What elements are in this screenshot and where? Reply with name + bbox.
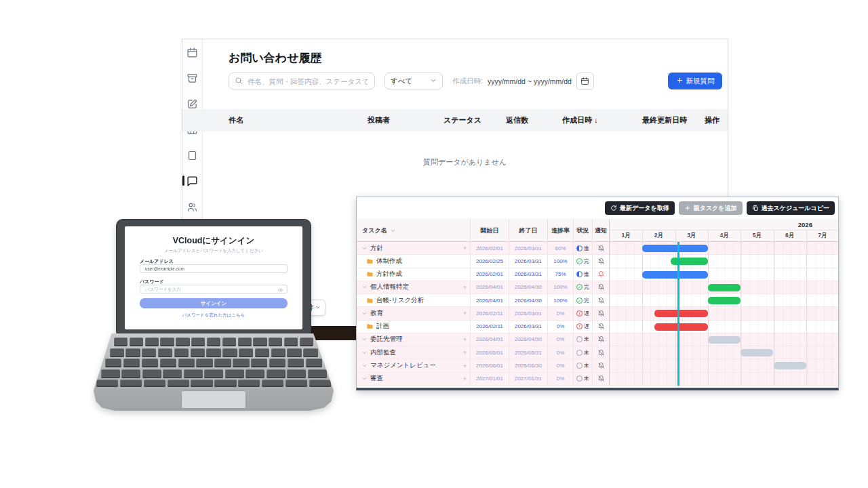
calendar-icon [186, 47, 198, 58]
task-name: 体制作成 [376, 257, 402, 266]
gantt-bar[interactable] [774, 362, 806, 369]
gantt-bar[interactable] [671, 258, 708, 265]
task-row[interactable]: 台帳-リスク分析2026/04/012026/04/30100%✓完 [357, 294, 838, 307]
keyboard-key [130, 338, 143, 346]
task-name-cell: 教育+ [357, 307, 471, 319]
task-row[interactable]: 計画2026/02/112026/03/310%!遅 [357, 321, 838, 333]
bell-alert-icon [597, 270, 605, 278]
forgot-password-link[interactable]: パスワードを忘れた方はこちら [125, 312, 302, 319]
task-row[interactable]: 内部監査+2026/05/012026/05/310%未 [357, 346, 838, 359]
new-question-button[interactable]: 新規質問 [668, 73, 722, 89]
gantt-bar[interactable] [654, 323, 708, 331]
task-row[interactable]: 委託先管理+2026/04/012026/04/300%未 [357, 333, 838, 346]
gantt-bar[interactable] [642, 271, 708, 279]
gantt-schedule-window: 最新データを取得親タスクを追加過去スケジュールコピー 2026 タスク名開始日終… [356, 197, 839, 390]
sidebar-item-users[interactable] [182, 194, 202, 220]
task-row[interactable]: マネジメントレビュー+2026/06/012026/06/300%未 [357, 359, 838, 372]
page-title: お問い合わせ履歴 [229, 50, 322, 66]
empty-state-message: 質問データがありません [202, 157, 728, 167]
task-row[interactable]: 審査+2027/01/012027/01/310%未 [357, 373, 838, 386]
keyboard-key [238, 380, 260, 387]
keyboard-key [233, 359, 249, 367]
start-date-cell: 2027/01/01 [471, 373, 509, 385]
status-cell: ✓完 [574, 255, 593, 267]
gantt-bar[interactable] [708, 284, 741, 291]
date-range-value[interactable]: yyyy/mm/dd ~ yyyy/mm/dd [488, 77, 572, 85]
gantt-bar[interactable] [741, 349, 773, 357]
task-name-cell: 方針+ [357, 242, 471, 254]
keyboard-key [239, 348, 253, 357]
gantt-bar[interactable] [654, 310, 708, 317]
calendar-picker-button[interactable] [576, 73, 594, 90]
add-subtask-button[interactable]: + [463, 245, 470, 251]
plus-icon [676, 77, 684, 85]
keyboard-row [96, 380, 331, 387]
start-date-cell: 2026/04/01 [471, 281, 509, 293]
column-header-created[interactable]: 作成日時 ↓ [562, 109, 598, 131]
timeline-month-7: 7月 [806, 230, 839, 242]
sidebar-item-inbox[interactable] [182, 65, 202, 91]
task-row[interactable]: 教育+2026/02/112026/03/310%!遅 [357, 307, 838, 320]
task-row[interactable]: 体制作成2026/02/252026/03/31100%✓完 [357, 255, 838, 268]
column-label: 状況 [577, 226, 589, 235]
status-filter-select[interactable]: すべて [384, 73, 443, 89]
task-name: 方針作成 [376, 270, 402, 279]
add-subtask-button[interactable]: + [463, 363, 470, 369]
keyboard-key [308, 369, 327, 378]
start-date-cell: 2026/05/01 [471, 346, 509, 359]
month-gridline [839, 230, 840, 386]
password-field[interactable] [144, 286, 275, 292]
eye-icon[interactable] [278, 283, 283, 296]
search-input[interactable] [246, 77, 369, 86]
status-cell: 未 [574, 333, 593, 346]
search-icon [235, 77, 243, 85]
add-parent-task-button[interactable]: 親タスクを追加 [679, 201, 743, 215]
task-name: 委託先管理 [370, 335, 403, 344]
keyboard-key [300, 338, 313, 346]
gantt-column-header-task[interactable]: タスク名 [357, 219, 471, 242]
status-done-icon: ✓ [576, 284, 583, 290]
gantt-bar[interactable] [708, 297, 741, 304]
notify-cell [593, 281, 610, 293]
progress-cell: 0% [548, 333, 574, 346]
status-label: 未 [584, 362, 589, 369]
laptop-screen-bezel: VCloudにサインイン メールアドレスとパスワードを入力してください メールア… [117, 220, 311, 335]
gantt-bar[interactable] [708, 336, 741, 344]
status-todo-icon [576, 363, 583, 369]
task-row[interactable]: 方針作成2026/02/012026/03/3175%進 [357, 268, 838, 281]
status-cell: ✓完 [574, 294, 593, 306]
status-cell: ✓完 [574, 281, 593, 293]
search-input-wrap[interactable] [229, 73, 375, 89]
status-cell: 未 [574, 346, 593, 359]
email-field[interactable] [144, 266, 283, 272]
column-label: タスク名 [362, 226, 387, 235]
add-subtask-button[interactable]: + [463, 310, 470, 317]
task-name: 審査 [370, 374, 383, 383]
task-row[interactable]: 個人情報特定+2026/04/012026/04/30100%✓完 [357, 281, 838, 294]
add-subtask-button[interactable]: + [463, 375, 470, 382]
add-subtask-button[interactable]: + [463, 336, 470, 343]
gantt-bar[interactable] [642, 245, 708, 252]
add-subtask-button[interactable]: + [463, 349, 470, 356]
refresh-data-button[interactable]: 最新データを取得 [605, 201, 675, 215]
task-name-cell: 台帳-リスク分析 [357, 294, 471, 306]
keyboard-key [288, 359, 304, 367]
task-row[interactable]: 方針+2026/02/012026/03/3160%進 [357, 242, 838, 255]
bell-muted-icon [597, 362, 605, 369]
sidebar-item-chat[interactable] [182, 168, 202, 194]
bell-muted-icon [597, 336, 605, 343]
bell-muted-icon [597, 323, 605, 330]
notify-cell [593, 359, 610, 371]
end-date-cell: 2026/03/31 [509, 242, 548, 254]
add-subtask-button[interactable]: + [463, 284, 470, 291]
sidebar-item-page[interactable] [182, 142, 202, 168]
end-date-cell: 2026/03/31 [509, 321, 548, 333]
copy-schedule-button[interactable]: 過去スケジュールコピー [747, 201, 835, 215]
sidebar-item-calendar[interactable] [182, 39, 202, 65]
start-date-cell: 2026/04/01 [471, 333, 509, 346]
keyboard-key [225, 369, 244, 378]
bell-muted-icon [597, 283, 605, 291]
keyboard-key [160, 359, 176, 367]
sign-in-button[interactable]: サインイン [140, 298, 288, 308]
keyboard-row [110, 348, 318, 357]
